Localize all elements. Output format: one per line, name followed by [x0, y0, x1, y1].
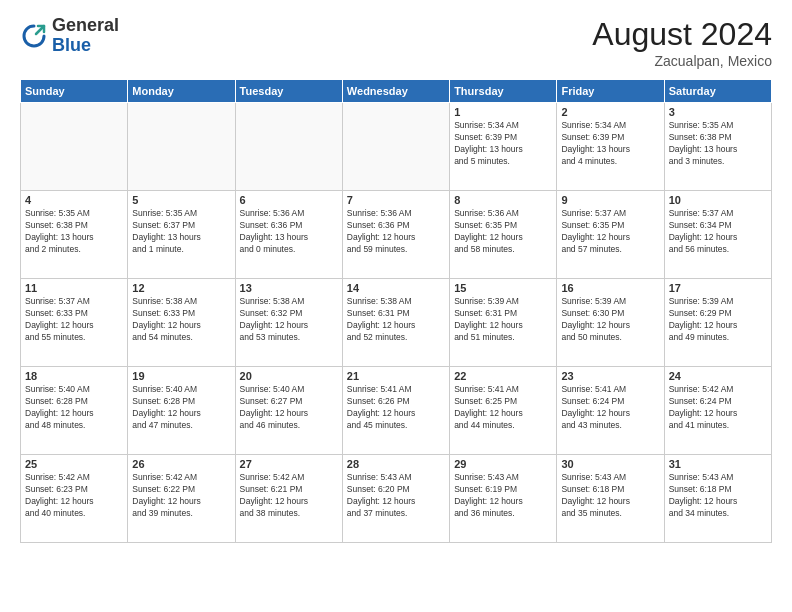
- day-info: Sunrise: 5:41 AM Sunset: 6:24 PM Dayligh…: [561, 384, 659, 432]
- day-number: 29: [454, 458, 552, 470]
- day-info: Sunrise: 5:40 AM Sunset: 6:28 PM Dayligh…: [132, 384, 230, 432]
- day-number: 3: [669, 106, 767, 118]
- calendar-cell: 17Sunrise: 5:39 AM Sunset: 6:29 PM Dayli…: [664, 279, 771, 367]
- calendar-cell: 6Sunrise: 5:36 AM Sunset: 6:36 PM Daylig…: [235, 191, 342, 279]
- calendar-week-1: 1Sunrise: 5:34 AM Sunset: 6:39 PM Daylig…: [21, 103, 772, 191]
- calendar-cell: 25Sunrise: 5:42 AM Sunset: 6:23 PM Dayli…: [21, 455, 128, 543]
- calendar-cell: 4Sunrise: 5:35 AM Sunset: 6:38 PM Daylig…: [21, 191, 128, 279]
- calendar-cell: 18Sunrise: 5:40 AM Sunset: 6:28 PM Dayli…: [21, 367, 128, 455]
- calendar-cell: 27Sunrise: 5:42 AM Sunset: 6:21 PM Dayli…: [235, 455, 342, 543]
- calendar-cell: 5Sunrise: 5:35 AM Sunset: 6:37 PM Daylig…: [128, 191, 235, 279]
- calendar-cell: 21Sunrise: 5:41 AM Sunset: 6:26 PM Dayli…: [342, 367, 449, 455]
- day-info: Sunrise: 5:38 AM Sunset: 6:32 PM Dayligh…: [240, 296, 338, 344]
- day-info: Sunrise: 5:35 AM Sunset: 6:38 PM Dayligh…: [25, 208, 123, 256]
- day-number: 9: [561, 194, 659, 206]
- logo-text: General Blue: [52, 16, 119, 56]
- calendar-cell: [21, 103, 128, 191]
- calendar-cell: 31Sunrise: 5:43 AM Sunset: 6:18 PM Dayli…: [664, 455, 771, 543]
- day-info: Sunrise: 5:38 AM Sunset: 6:33 PM Dayligh…: [132, 296, 230, 344]
- calendar-cell: 7Sunrise: 5:36 AM Sunset: 6:36 PM Daylig…: [342, 191, 449, 279]
- day-number: 31: [669, 458, 767, 470]
- calendar-week-5: 25Sunrise: 5:42 AM Sunset: 6:23 PM Dayli…: [21, 455, 772, 543]
- day-number: 2: [561, 106, 659, 118]
- calendar-header-saturday: Saturday: [664, 80, 771, 103]
- calendar-cell: 26Sunrise: 5:42 AM Sunset: 6:22 PM Dayli…: [128, 455, 235, 543]
- month-year: August 2024: [592, 16, 772, 53]
- day-info: Sunrise: 5:39 AM Sunset: 6:31 PM Dayligh…: [454, 296, 552, 344]
- calendar-week-3: 11Sunrise: 5:37 AM Sunset: 6:33 PM Dayli…: [21, 279, 772, 367]
- calendar-cell: 30Sunrise: 5:43 AM Sunset: 6:18 PM Dayli…: [557, 455, 664, 543]
- day-info: Sunrise: 5:42 AM Sunset: 6:22 PM Dayligh…: [132, 472, 230, 520]
- day-number: 11: [25, 282, 123, 294]
- calendar-header-friday: Friday: [557, 80, 664, 103]
- day-number: 4: [25, 194, 123, 206]
- calendar-cell: 15Sunrise: 5:39 AM Sunset: 6:31 PM Dayli…: [450, 279, 557, 367]
- location: Zacualpan, Mexico: [592, 53, 772, 69]
- calendar-cell: 1Sunrise: 5:34 AM Sunset: 6:39 PM Daylig…: [450, 103, 557, 191]
- calendar: SundayMondayTuesdayWednesdayThursdayFrid…: [20, 79, 772, 543]
- day-number: 1: [454, 106, 552, 118]
- day-number: 17: [669, 282, 767, 294]
- logo: General Blue: [20, 16, 119, 56]
- calendar-cell: 9Sunrise: 5:37 AM Sunset: 6:35 PM Daylig…: [557, 191, 664, 279]
- day-info: Sunrise: 5:36 AM Sunset: 6:36 PM Dayligh…: [347, 208, 445, 256]
- day-info: Sunrise: 5:34 AM Sunset: 6:39 PM Dayligh…: [561, 120, 659, 168]
- title-block: August 2024 Zacualpan, Mexico: [592, 16, 772, 69]
- calendar-header-thursday: Thursday: [450, 80, 557, 103]
- calendar-cell: 29Sunrise: 5:43 AM Sunset: 6:19 PM Dayli…: [450, 455, 557, 543]
- day-number: 5: [132, 194, 230, 206]
- calendar-cell: 2Sunrise: 5:34 AM Sunset: 6:39 PM Daylig…: [557, 103, 664, 191]
- day-number: 10: [669, 194, 767, 206]
- calendar-cell: [342, 103, 449, 191]
- calendar-cell: 22Sunrise: 5:41 AM Sunset: 6:25 PM Dayli…: [450, 367, 557, 455]
- day-number: 12: [132, 282, 230, 294]
- day-info: Sunrise: 5:36 AM Sunset: 6:36 PM Dayligh…: [240, 208, 338, 256]
- day-number: 15: [454, 282, 552, 294]
- logo-icon: [20, 22, 48, 50]
- calendar-week-4: 18Sunrise: 5:40 AM Sunset: 6:28 PM Dayli…: [21, 367, 772, 455]
- calendar-cell: 16Sunrise: 5:39 AM Sunset: 6:30 PM Dayli…: [557, 279, 664, 367]
- page: General Blue August 2024 Zacualpan, Mexi…: [0, 0, 792, 612]
- day-number: 18: [25, 370, 123, 382]
- header: General Blue August 2024 Zacualpan, Mexi…: [20, 16, 772, 69]
- calendar-cell: 14Sunrise: 5:38 AM Sunset: 6:31 PM Dayli…: [342, 279, 449, 367]
- day-number: 8: [454, 194, 552, 206]
- day-number: 20: [240, 370, 338, 382]
- day-info: Sunrise: 5:40 AM Sunset: 6:28 PM Dayligh…: [25, 384, 123, 432]
- day-info: Sunrise: 5:43 AM Sunset: 6:20 PM Dayligh…: [347, 472, 445, 520]
- calendar-cell: 24Sunrise: 5:42 AM Sunset: 6:24 PM Dayli…: [664, 367, 771, 455]
- day-number: 26: [132, 458, 230, 470]
- day-number: 24: [669, 370, 767, 382]
- calendar-cell: 10Sunrise: 5:37 AM Sunset: 6:34 PM Dayli…: [664, 191, 771, 279]
- day-info: Sunrise: 5:37 AM Sunset: 6:34 PM Dayligh…: [669, 208, 767, 256]
- calendar-header-row: SundayMondayTuesdayWednesdayThursdayFrid…: [21, 80, 772, 103]
- calendar-week-2: 4Sunrise: 5:35 AM Sunset: 6:38 PM Daylig…: [21, 191, 772, 279]
- calendar-cell: 3Sunrise: 5:35 AM Sunset: 6:38 PM Daylig…: [664, 103, 771, 191]
- calendar-cell: [128, 103, 235, 191]
- logo-general: General: [52, 16, 119, 36]
- calendar-header-sunday: Sunday: [21, 80, 128, 103]
- calendar-cell: 11Sunrise: 5:37 AM Sunset: 6:33 PM Dayli…: [21, 279, 128, 367]
- day-number: 14: [347, 282, 445, 294]
- day-info: Sunrise: 5:37 AM Sunset: 6:33 PM Dayligh…: [25, 296, 123, 344]
- calendar-cell: 8Sunrise: 5:36 AM Sunset: 6:35 PM Daylig…: [450, 191, 557, 279]
- day-number: 30: [561, 458, 659, 470]
- calendar-cell: 23Sunrise: 5:41 AM Sunset: 6:24 PM Dayli…: [557, 367, 664, 455]
- day-number: 23: [561, 370, 659, 382]
- day-info: Sunrise: 5:36 AM Sunset: 6:35 PM Dayligh…: [454, 208, 552, 256]
- day-info: Sunrise: 5:43 AM Sunset: 6:18 PM Dayligh…: [669, 472, 767, 520]
- day-number: 27: [240, 458, 338, 470]
- day-number: 13: [240, 282, 338, 294]
- calendar-cell: 20Sunrise: 5:40 AM Sunset: 6:27 PM Dayli…: [235, 367, 342, 455]
- calendar-header-wednesday: Wednesday: [342, 80, 449, 103]
- day-info: Sunrise: 5:34 AM Sunset: 6:39 PM Dayligh…: [454, 120, 552, 168]
- calendar-header-tuesday: Tuesday: [235, 80, 342, 103]
- calendar-header-monday: Monday: [128, 80, 235, 103]
- logo-blue: Blue: [52, 36, 119, 56]
- day-info: Sunrise: 5:37 AM Sunset: 6:35 PM Dayligh…: [561, 208, 659, 256]
- calendar-cell: 28Sunrise: 5:43 AM Sunset: 6:20 PM Dayli…: [342, 455, 449, 543]
- day-number: 19: [132, 370, 230, 382]
- day-info: Sunrise: 5:35 AM Sunset: 6:37 PM Dayligh…: [132, 208, 230, 256]
- day-info: Sunrise: 5:43 AM Sunset: 6:19 PM Dayligh…: [454, 472, 552, 520]
- day-info: Sunrise: 5:40 AM Sunset: 6:27 PM Dayligh…: [240, 384, 338, 432]
